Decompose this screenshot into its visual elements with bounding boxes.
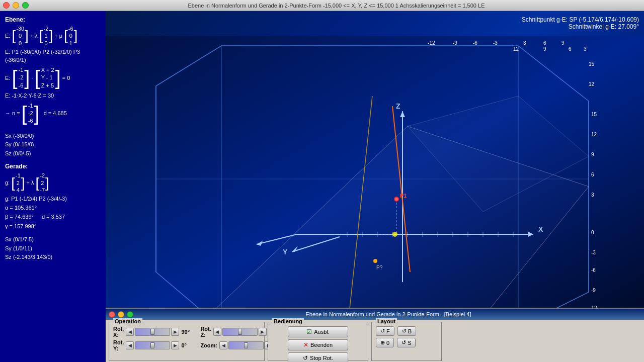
rot-y-track[interactable] (135, 341, 170, 349)
rot-y-slider[interactable]: ◀ ▶ (126, 341, 179, 349)
layout-0-label: 0 (386, 340, 389, 346)
svg-text:3: 3 (591, 192, 594, 198)
layout-f-button[interactable]: ↺ F (376, 326, 394, 336)
sx-e: Sx (-30/0/0) (5, 132, 101, 140)
beenden-button[interactable]: ✕ Beenden (288, 339, 348, 350)
normal-form-display: E: [ -1-2-6 ] · [ X + 2Y - 1Z + 5 ] = 0 (5, 66, 101, 89)
svg-text:6: 6 (543, 40, 546, 46)
rot-y-thumb[interactable] (150, 342, 154, 348)
rot-x-thumb[interactable] (150, 329, 154, 335)
gvec-bracket-open2: [ (36, 176, 40, 190)
ebene-points: E: P1 (-30/0/0) P2 (-32/1/0) P3 (-36/0/1… (5, 48, 101, 64)
layout-row-1: ↺ F ↺ B (376, 326, 437, 336)
rot-y-row: Rot. Y: ◀ ▶ 0° Zoom: ◀ (113, 339, 260, 351)
rot-x-track[interactable] (135, 328, 170, 336)
rot-z-right-btn[interactable]: ▶ (259, 328, 267, 336)
dialog-close-btn[interactable] (109, 311, 115, 318)
svg-text:Z: Z (396, 102, 400, 110)
vec1-col: -3000 (16, 25, 24, 47)
svg-text:12: 12 (589, 81, 595, 87)
rot-z-slider[interactable]: ◀ ▶ (213, 328, 267, 336)
svg-text:-9: -9 (591, 288, 596, 293)
rot-y-right-btn[interactable]: ▶ (171, 341, 179, 349)
svg-text:12: 12 (591, 132, 597, 137)
svg-text:9: 9 (543, 46, 546, 52)
beta-val: β = 74.639° (5, 213, 34, 221)
maximize-button[interactable] (22, 2, 29, 9)
sz-g: Sz (-2.143/3.143/0) (5, 253, 101, 261)
dialog-maximize-btn[interactable] (127, 311, 133, 318)
bottom-dialog: Ebene in Normalenform und Gerade in 2-Pu… (106, 308, 644, 362)
stop-rot-label: Stop Rot. (310, 355, 333, 361)
rot-y-label: Rot. Y: (113, 339, 124, 351)
stop-rot-icon: ↺ (303, 354, 308, 361)
gerade-title: Gerade: (5, 162, 101, 171)
bracket-open-2: [ (39, 29, 43, 43)
bedienung-section: Bedienung ☑ Ausbl. ✕ Beenden ↺ Stop Rot. (268, 322, 368, 361)
rot-x-row: Rot. X: ◀ ▶ 90° Rot. Z: ◀ (113, 326, 260, 338)
ausbl-button[interactable]: ☑ Ausbl. (288, 326, 348, 337)
zoom-thumb[interactable] (244, 342, 248, 348)
layout-arrow-0-icon: ⊕ (380, 339, 385, 346)
layout-row-2: ⊕ 0 ↺ S (376, 338, 437, 347)
nf-bracket-open2: [ (35, 68, 40, 88)
stop-rot-button[interactable]: ↺ Stop Rot. (288, 352, 348, 362)
rot-x-value: 90° (181, 329, 196, 335)
bracket-close-2: ] (49, 29, 53, 43)
n-vector-row: → n = [ -1-2-6 ] d = 4.685 (5, 102, 101, 125)
dialog-minimize-btn[interactable] (118, 311, 124, 318)
dialog-title-bar: Ebene in Normalenform und Gerade in 2-Pu… (106, 309, 644, 320)
sep3 (5, 231, 101, 235)
rot-x-slider[interactable]: ◀ ▶ (126, 328, 179, 336)
zoom-left-btn[interactable]: ◀ (219, 341, 227, 349)
plus-lambda: + λ (30, 32, 38, 40)
rot-y-left-btn[interactable]: ◀ (126, 341, 134, 349)
minimize-button[interactable] (13, 2, 19, 9)
gerade-points: g: P1 (-1/2/4) P2 (-3/4/-3) (5, 195, 101, 203)
svg-text:P1: P1 (400, 193, 407, 199)
layout-s-button[interactable]: ↺ S (397, 338, 416, 347)
layout-s-label: S (408, 340, 411, 346)
bracket-close-1: ] (25, 29, 29, 43)
rot-x-label: Rot. X: (113, 326, 124, 338)
beenden-label: Beenden (310, 342, 333, 348)
g-label: g: (5, 178, 10, 187)
layout-0-button[interactable]: ⊕ 0 (376, 338, 394, 347)
dialog-body: Operation Rot. X: ◀ ▶ 90° (106, 320, 644, 362)
layout-b-button[interactable]: ↺ B (397, 326, 416, 336)
bracket-open-3: [ (64, 29, 68, 43)
rot-y-value: 0° (181, 342, 196, 348)
rot-z-track[interactable] (222, 328, 258, 336)
close-button[interactable] (3, 2, 10, 9)
rot-z-left-btn[interactable]: ◀ (213, 328, 221, 336)
svg-text:3: 3 (523, 40, 526, 46)
zoom-label: Zoom: (200, 342, 217, 348)
nvec-matrix: -1-2-6 (28, 102, 33, 125)
gvec2-col: -22-7 (40, 172, 45, 194)
ausbl-label: Ausbl. (314, 329, 330, 335)
nf-bracket-open: [ (12, 68, 17, 88)
zoom-track[interactable] (228, 341, 264, 349)
layout-arrow-s-icon: ↺ (401, 339, 406, 346)
window-title: Ebene in Normalenform und Gerade in 2-Pu… (32, 3, 641, 9)
svg-text:15: 15 (591, 112, 597, 117)
rot-z-label: Rot. Z: (200, 326, 211, 338)
rot-z-thumb[interactable] (238, 329, 242, 335)
svg-text:P?: P? (376, 265, 383, 270)
svg-text:9: 9 (591, 152, 594, 157)
bedienung-title: Bedienung (272, 318, 304, 324)
sy-g: Sy (1/0/11) (5, 244, 101, 253)
rot-x-right-btn[interactable]: ▶ (171, 328, 179, 336)
zoom-slider[interactable]: ◀ ▶ (219, 341, 273, 349)
left-info-panel: Ebene: E: [ -3000 ] + λ [ -210 ] + μ [ -… (0, 11, 106, 362)
rot-x-left-btn[interactable]: ◀ (126, 328, 134, 336)
beenden-icon: ✕ (303, 341, 308, 348)
svg-point-63 (373, 259, 377, 263)
g-plus-lambda: + λ (27, 178, 34, 187)
svg-text:6: 6 (569, 46, 572, 52)
gvec-bracket-close1: ] (21, 176, 25, 190)
nf-matrix-right: X + 2Y - 1Z + 5 (41, 66, 54, 89)
nvec-bracket-open: [ (22, 104, 27, 124)
svg-text:X: X (538, 225, 543, 233)
ebene-normal-eq: E: -1·X-2·Y-6·Z = 30 (5, 92, 101, 100)
